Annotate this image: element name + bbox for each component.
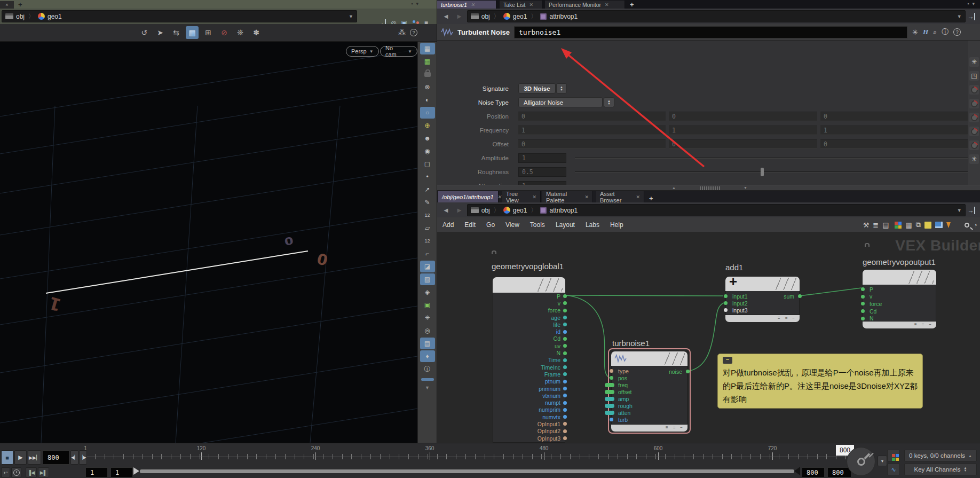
node-header-output[interactable] [863, 270, 936, 285]
port-dot[interactable] [563, 380, 567, 383]
lighting-icon[interactable]: ○ [420, 107, 435, 119]
chevron-down-icon[interactable]: ▼ [957, 208, 962, 213]
transform-tool-icon[interactable]: ⇆ [170, 26, 183, 39]
node-body-output[interactable]: P v force Cd N [863, 285, 936, 322]
pin-icon[interactable]: → [968, 13, 975, 20]
sticky-note-icon[interactable] [924, 222, 931, 229]
offset-x-field[interactable]: 0 [518, 139, 666, 149]
keys-info-box[interactable]: 0 keys, 0/0 channels▲ [904, 450, 977, 461]
key-options-dropdown[interactable]: ▼ [878, 456, 887, 466]
node-flags[interactable] [536, 278, 563, 292]
roughness-field[interactable]: 0.5 [518, 167, 566, 177]
menu-item[interactable]: Labs [580, 221, 605, 229]
offset-z-field[interactable]: 0 [820, 139, 968, 149]
divider-grip[interactable] [700, 186, 721, 190]
noise-type-spinner[interactable]: ▲▼ [604, 97, 614, 107]
circle-icon[interactable]: ◎ [420, 325, 435, 336]
port-dot[interactable] [563, 408, 567, 412]
houdini-help-icon[interactable]: H [923, 28, 928, 36]
next-key-button[interactable]: ▶▌ [38, 467, 49, 477]
signature-dropdown[interactable]: 3D Noise [518, 83, 556, 93]
wire-grid-icon[interactable]: ▦ [420, 56, 435, 67]
range-slider[interactable] [140, 469, 794, 473]
dial-icon[interactable] [969, 85, 979, 95]
node-flags[interactable] [662, 352, 685, 365]
uv-overlay-icon[interactable]: ▣ [420, 299, 435, 311]
collapse-down-icon[interactable]: ▼ [744, 186, 747, 190]
search-icon[interactable]: ⌕ [933, 28, 937, 36]
position-x-field[interactable]: 0 [518, 112, 666, 121]
node-footer-turbnoise[interactable]: ≡=− [611, 425, 687, 432]
menu-item[interactable]: Tools [525, 221, 550, 229]
port-dot[interactable] [724, 294, 728, 298]
overview-icon[interactable]: ◔ [973, 221, 977, 229]
point-normal-icon[interactable]: ↗ [420, 184, 435, 195]
tab-turbnoise1[interactable]: turbnoise1✕ [437, 1, 496, 9]
node-header-add[interactable]: + [725, 277, 800, 291]
port-dot[interactable] [861, 302, 865, 305]
port-dot[interactable] [724, 301, 728, 305]
port-dot[interactable] [724, 308, 728, 312]
viewport-path-field[interactable]: obj 〉 geo1 ▼ [2, 10, 357, 22]
port-dot[interactable] [563, 337, 567, 341]
port-dot[interactable] [563, 316, 567, 319]
close-icon[interactable]: ✕ [497, 194, 502, 200]
gear-icon[interactable]: ✳ [969, 154, 979, 164]
location-pin-icon[interactable]: ♦ [420, 350, 435, 362]
path-vop[interactable]: attribvop1 [549, 207, 578, 214]
tab-asset-browser[interactable]: Asset Browser✕ [596, 191, 644, 202]
menu-item[interactable]: Add [437, 221, 459, 229]
channel-colors-icon[interactable] [887, 450, 900, 461]
disable-icon[interactable]: ⊘ [218, 26, 231, 39]
node-body-global[interactable]: P v force age li [493, 293, 565, 443]
node-title-add[interactable]: add1 [725, 263, 743, 272]
port-dot[interactable] [605, 411, 614, 415]
set-keyframe-button[interactable] [847, 447, 875, 476]
port-dot[interactable] [563, 401, 567, 405]
list-icon[interactable]: ▤ [882, 221, 889, 229]
prim-display-icon[interactable]: ▱ [420, 222, 435, 234]
close-icon[interactable]: ✕ [636, 194, 640, 200]
port-dot[interactable] [563, 429, 567, 433]
chevron-down-icon[interactable]: ▼ [420, 382, 435, 394]
help-icon[interactable]: ? [410, 29, 417, 36]
port-dot[interactable] [563, 351, 567, 355]
color-palette-icon[interactable] [895, 222, 898, 225]
forward-icon[interactable]: ► [454, 206, 465, 214]
offset-y-field[interactable]: 0 [669, 139, 817, 149]
node-name-input[interactable]: turbnoise1 [514, 26, 907, 38]
port-dot[interactable] [605, 397, 614, 401]
checker-background-icon[interactable]: ▨ [420, 273, 435, 285]
port-dot[interactable] [861, 295, 865, 299]
range-slider-left-handle[interactable] [133, 467, 139, 475]
param-path-field[interactable]: obj 〉 geo1 〉 attribvop1 ▼ [467, 10, 966, 22]
view-orbit-tool-icon[interactable]: ↺ [138, 26, 151, 39]
port-dot[interactable] [610, 376, 613, 380]
port-dot[interactable] [605, 404, 614, 408]
port-dot[interactable] [861, 317, 865, 320]
select-tool-icon[interactable]: ➤ [154, 26, 167, 39]
go-to-end-button[interactable]: ▶▶▏ [28, 450, 41, 465]
color-bucket-icon[interactable] [946, 222, 951, 228]
dial-icon[interactable] [969, 113, 979, 122]
dial-icon[interactable] [969, 127, 979, 136]
pose-tool-icon[interactable]: ▦ [186, 26, 199, 39]
pane-window-icons[interactable]: ▪▾ [411, 1, 422, 6]
range-start-field[interactable]: 1 [85, 467, 108, 477]
lock-icon[interactable] [420, 68, 435, 80]
node-flags[interactable] [907, 271, 934, 284]
path-geo[interactable]: geo1 [513, 13, 527, 20]
tools-icon[interactable]: ⚒ [863, 221, 870, 229]
gear-icon[interactable]: ✳ [969, 57, 979, 67]
info-icon[interactable]: ⓘ [420, 363, 435, 375]
tab-performance-monitor[interactable]: Performance Monitor✕ [545, 1, 625, 9]
search-icon[interactable] [965, 223, 969, 228]
next-frame-button[interactable]: ▕▶ [79, 450, 87, 465]
tab-network-path[interactable]: /obj/geo1/attribvop1✕ [438, 191, 499, 202]
port-dot[interactable] [563, 387, 567, 390]
close-icon[interactable]: ✕ [605, 2, 609, 7]
menu-item[interactable]: Edit [459, 221, 481, 229]
character-icon[interactable]: ☻ [420, 132, 435, 144]
new-tab-button[interactable]: + [644, 194, 658, 202]
background-image-icon[interactable] [935, 222, 943, 228]
